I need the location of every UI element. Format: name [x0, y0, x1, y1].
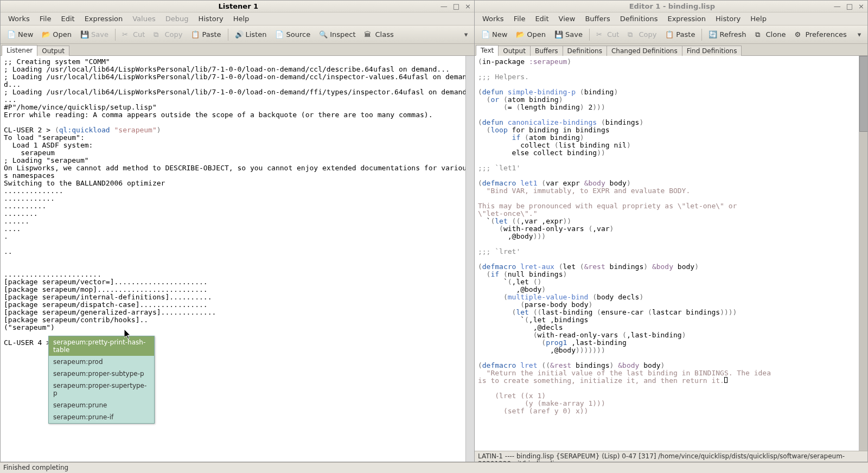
- save-icon: 💾: [554, 30, 563, 39]
- menu-history[interactable]: History: [711, 14, 745, 24]
- cut-button: ✂Cut: [593, 29, 622, 41]
- tab-find-definitions[interactable]: Find Definitions: [682, 46, 742, 56]
- menu-values: Values: [128, 14, 159, 24]
- ac-item[interactable]: serapeum:prune: [49, 399, 154, 411]
- listener-tabs: Listener Output: [1, 44, 474, 56]
- ac-item[interactable]: serapeum:proper-supertype-p: [49, 380, 154, 399]
- new-icon: 📄: [481, 30, 490, 39]
- editor-window: Editor 1 - binding.lisp — □ × Works File…: [474, 0, 868, 462]
- ac-item[interactable]: serapeum:proper-subtype-p: [49, 368, 154, 380]
- listener-text[interactable]: ;; Creating system "COMM" ; Loading /usr…: [1, 56, 474, 349]
- menu-file[interactable]: File: [35, 14, 56, 24]
- class-icon: 🏛: [364, 30, 373, 39]
- save-button: 💾Save: [77, 29, 112, 41]
- menu-file[interactable]: File: [509, 14, 530, 24]
- toolbar-overflow[interactable]: ▾: [461, 29, 471, 41]
- new-button[interactable]: 📄New: [4, 29, 36, 41]
- menu-expression[interactable]: Expression: [80, 14, 127, 24]
- inspect-button[interactable]: 🔍Inspect: [316, 29, 359, 41]
- maximize-icon[interactable]: □: [453, 3, 459, 10]
- refresh-icon: 🔄: [709, 30, 717, 39]
- paste-icon: 📋: [665, 30, 674, 39]
- editor-content[interactable]: (in-package :serapeum) ;;; Helpers. (def…: [475, 56, 867, 451]
- menu-buffers[interactable]: Buffers: [580, 14, 614, 24]
- new-icon: 📄: [7, 30, 16, 39]
- ac-item[interactable]: serapeum:prune-if: [49, 411, 154, 423]
- copy-button: ⧉Copy: [624, 29, 660, 41]
- open-button[interactable]: 📂Open: [513, 29, 549, 41]
- toolbar-overflow[interactable]: ▾: [854, 29, 864, 41]
- clone-button[interactable]: ⧉Clone: [752, 29, 789, 41]
- tab-changed-definitions[interactable]: Changed Definitions: [607, 46, 682, 56]
- listen-icon: 🔊: [235, 30, 244, 39]
- cut-button: ✂Cut: [119, 29, 148, 41]
- ac-item[interactable]: serapeum:pretty-print-hash-table: [49, 336, 154, 356]
- menu-edit[interactable]: Edit: [56, 14, 79, 24]
- ac-item[interactable]: serapeum:prod: [49, 356, 154, 368]
- listener-toolbar: 📄New 📂Open 💾Save ✂Cut ⧉Copy 📋Paste 🔊List…: [1, 25, 474, 44]
- menu-history[interactable]: History: [194, 14, 227, 24]
- listener-window: Listener 1 — □ × Works File Edit Express…: [0, 0, 474, 462]
- open-icon: 📂: [516, 30, 525, 39]
- copy-icon: ⧉: [628, 30, 636, 39]
- minimize-icon[interactable]: —: [441, 3, 448, 10]
- menu-view[interactable]: View: [554, 14, 580, 24]
- listener-statusbar: Finished completing: [0, 462, 868, 473]
- paste-button[interactable]: 📋Paste: [188, 29, 224, 41]
- maximize-icon[interactable]: □: [846, 3, 853, 10]
- menu-works[interactable]: Works: [4, 14, 34, 24]
- editor-statusbar: LATIN-1 ---- binding.lisp {SERAPEUM} (Li…: [475, 451, 867, 462]
- close-icon[interactable]: ×: [858, 3, 864, 10]
- menu-definitions[interactable]: Definitions: [616, 14, 662, 24]
- copy-icon: ⧉: [154, 30, 162, 39]
- separator: [228, 29, 228, 41]
- tab-output[interactable]: Output: [498, 46, 531, 56]
- menu-help[interactable]: Help: [229, 14, 254, 24]
- menu-expression[interactable]: Expression: [663, 14, 710, 24]
- clone-icon: ⧉: [755, 30, 764, 39]
- listener-menubar: Works File Edit Expression Values Debug …: [1, 12, 474, 25]
- new-button[interactable]: 📄New: [478, 29, 510, 41]
- paste-icon: 📋: [191, 30, 200, 39]
- gear-icon: ⚙: [794, 30, 803, 39]
- open-icon: 📂: [42, 30, 50, 39]
- listener-title: Listener 1: [36, 2, 441, 10]
- editor-tabs: Text Output Buffers Definitions Changed …: [475, 44, 867, 56]
- cut-icon: ✂: [122, 30, 131, 39]
- editor-title: Editor 1 - binding.lisp: [510, 2, 834, 10]
- menu-help[interactable]: Help: [746, 14, 771, 24]
- open-button[interactable]: 📂Open: [39, 29, 75, 41]
- inspect-icon: 🔍: [319, 30, 328, 39]
- listener-scrollbar[interactable]: [465, 56, 474, 462]
- listen-button[interactable]: 🔊Listen: [232, 29, 270, 41]
- editor-code[interactable]: (in-package :serapeum) ;;; Helpers. (def…: [475, 56, 867, 417]
- preferences-button[interactable]: ⚙Preferences: [791, 29, 850, 41]
- save-button[interactable]: 💾Save: [551, 29, 586, 41]
- minimize-icon[interactable]: —: [834, 3, 841, 10]
- save-icon: 💾: [80, 30, 89, 39]
- source-button[interactable]: 📄Source: [272, 29, 314, 41]
- editor-menubar: Works File Edit View Buffers Definitions…: [475, 12, 867, 25]
- class-button[interactable]: 🏛Class: [361, 29, 397, 41]
- separator: [701, 29, 702, 41]
- autocomplete-popup[interactable]: serapeum:pretty-print-hash-table serapeu…: [48, 336, 155, 424]
- menu-edit[interactable]: Edit: [531, 14, 553, 24]
- listener-titlebar[interactable]: Listener 1 — □ ×: [1, 1, 474, 12]
- menu-works[interactable]: Works: [478, 14, 508, 24]
- separator: [589, 29, 590, 41]
- tab-text[interactable]: Text: [476, 45, 499, 56]
- refresh-button[interactable]: 🔄Refresh: [705, 29, 749, 41]
- close-icon[interactable]: ×: [465, 3, 471, 10]
- tab-listener[interactable]: Listener: [2, 45, 37, 56]
- editor-scrollbar[interactable]: [859, 56, 867, 451]
- tab-output[interactable]: Output: [37, 46, 69, 56]
- source-icon: 📄: [275, 30, 284, 39]
- paste-button[interactable]: 📋Paste: [662, 29, 698, 41]
- cut-icon: ✂: [596, 30, 605, 39]
- copy-button: ⧉Copy: [150, 29, 186, 41]
- tab-definitions[interactable]: Definitions: [563, 46, 607, 56]
- tab-buffers[interactable]: Buffers: [530, 46, 563, 56]
- listener-content[interactable]: ;; Creating system "COMM" ; Loading /usr…: [1, 56, 474, 462]
- editor-titlebar[interactable]: Editor 1 - binding.lisp — □ ×: [475, 1, 867, 12]
- menu-debug: Debug: [161, 14, 193, 24]
